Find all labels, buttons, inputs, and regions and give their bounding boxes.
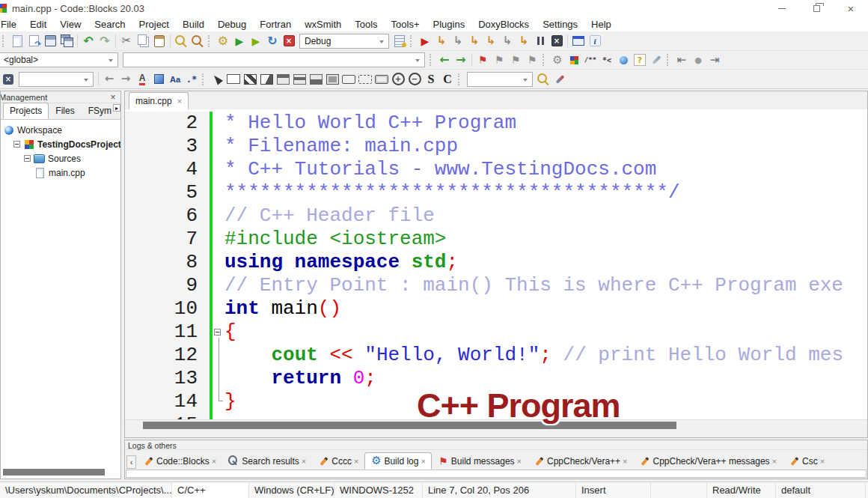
align-middle-icon[interactable] <box>291 71 308 87</box>
menu-debug[interactable]: Debug <box>211 17 253 31</box>
debugging-windows-icon[interactable] <box>570 33 587 49</box>
match-case-icon[interactable] <box>167 71 183 87</box>
pointer-cursor-icon[interactable] <box>209 71 225 87</box>
code-line-10[interactable]: 10int main() <box>125 297 867 321</box>
goto-next-changed-icon[interactable] <box>453 52 469 68</box>
management-horizontal-scrollbar[interactable] <box>3 469 108 476</box>
menu-wxsmith[interactable]: wxSmith <box>298 17 348 31</box>
toolbar-drag-handle[interactable] <box>542 54 546 66</box>
new-file-icon[interactable] <box>9 33 25 49</box>
menu-project[interactable]: Project <box>132 17 176 31</box>
doxy-extract-docs-icon[interactable] <box>549 52 566 68</box>
close-tab-icon[interactable] <box>772 456 777 467</box>
tree-item-workspace[interactable]: Workspace <box>1 123 120 137</box>
various-info-icon[interactable] <box>587 33 603 49</box>
close-tab-icon[interactable] <box>354 456 358 467</box>
log-tab-cppcheck-vera-messages[interactable]: CppCheck/Vera++ messages <box>634 452 783 470</box>
close-tab-icon[interactable] <box>517 456 522 467</box>
goto-prev-changed-icon[interactable] <box>436 52 453 68</box>
next-bookmark-icon[interactable] <box>507 52 524 68</box>
build-and-run-icon[interactable] <box>248 33 264 49</box>
open-file-icon[interactable] <box>25 33 42 49</box>
code-line-9[interactable]: 9// Entry Point : main() This is where C… <box>125 274 867 297</box>
box-half-icon[interactable] <box>258 71 275 87</box>
doxy-help-icon[interactable] <box>632 52 648 68</box>
log-tab-build-messages[interactable]: Build messages <box>432 452 528 470</box>
run-to-cursor-icon[interactable] <box>433 33 450 49</box>
step-into-icon[interactable] <box>466 33 483 49</box>
code-line-4[interactable]: 4* C++ Tutorials - www.TestingDocs.com <box>125 158 867 181</box>
tree-item-sources[interactable]: Sources <box>1 151 120 166</box>
search-back-icon[interactable] <box>101 71 117 87</box>
log-tab-search-results[interactable]: Search results <box>222 452 312 470</box>
rebuild-icon[interactable] <box>264 33 281 49</box>
step-into-instruction-icon[interactable] <box>516 33 532 49</box>
close-incsearch-icon[interactable] <box>0 71 16 87</box>
jump-back-icon[interactable] <box>673 52 690 68</box>
outline-dashed-icon[interactable] <box>357 71 373 87</box>
outline-thin-icon[interactable] <box>340 71 357 87</box>
jump-forward-icon[interactable] <box>706 52 723 68</box>
toolbar-drag-handle[interactable] <box>458 73 462 85</box>
doxy-block-comment-icon[interactable] <box>582 52 599 68</box>
doxy-config-icon[interactable] <box>648 52 664 68</box>
menu-tools[interactable]: Tools+ <box>385 17 427 31</box>
menu-settings[interactable]: Settings <box>536 17 584 31</box>
align-bottom-icon[interactable] <box>308 71 324 87</box>
management-tab-projects[interactable]: Projects <box>3 103 49 119</box>
incremental-search-input[interactable] <box>19 72 94 87</box>
next-instruction-icon[interactable] <box>499 33 516 49</box>
editor-tab-main-cpp[interactable]: main.cpp <box>129 92 189 109</box>
paste-icon[interactable] <box>151 33 168 49</box>
select-scope-icon[interactable] <box>150 71 167 87</box>
find-in-files-icon[interactable] <box>189 33 206 49</box>
log-tab-build-log[interactable]: Build log <box>364 452 431 470</box>
expander-icon[interactable] <box>24 155 31 162</box>
code-line-2[interactable]: 2* Hello World C++ Program <box>125 112 867 135</box>
use-regex-icon[interactable] <box>183 71 200 87</box>
cccc-report-icon[interactable] <box>535 71 551 87</box>
code-line-11[interactable]: 11{ <box>125 321 867 344</box>
box-split-icon[interactable] <box>242 71 258 87</box>
menu-tools[interactable]: Tools <box>348 17 384 31</box>
cut-icon[interactable] <box>118 33 135 49</box>
abort-build-icon[interactable] <box>281 33 297 49</box>
close-button[interactable] <box>834 0 868 16</box>
find-icon[interactable] <box>173 33 189 49</box>
copy-icon[interactable] <box>135 33 151 49</box>
log-tab-cccc[interactable]: Cccc <box>312 452 364 470</box>
toggle-bookmark-icon[interactable] <box>474 52 491 68</box>
menu-view[interactable]: View <box>53 17 88 31</box>
close-tab-icon[interactable] <box>421 456 425 467</box>
menu-plugins[interactable]: Plugins <box>427 17 472 31</box>
align-fill-icon[interactable] <box>324 71 340 87</box>
doxy-line-comment-icon[interactable] <box>599 52 615 68</box>
save-all-icon[interactable] <box>58 33 75 49</box>
build-target-select[interactable]: Debug <box>299 34 389 49</box>
expander-icon[interactable] <box>13 141 20 148</box>
scrollbar-thumb[interactable] <box>3 469 105 476</box>
close-panel-icon[interactable] <box>109 92 117 103</box>
toolbar-drag-handle[interactable] <box>202 73 206 85</box>
close-tab-icon[interactable] <box>212 456 216 467</box>
code-line-6[interactable]: 6// C++ Header file <box>125 204 867 228</box>
cccc-select[interactable] <box>467 72 533 87</box>
doxy-run-html-icon[interactable] <box>615 52 632 68</box>
redo-icon[interactable] <box>97 33 113 49</box>
scroll-tabs-left-icon[interactable] <box>126 455 136 469</box>
highlight-matches-icon[interactable] <box>134 71 150 87</box>
vera-check-icon[interactable] <box>551 71 568 87</box>
letter-c-icon[interactable] <box>439 71 456 87</box>
record-position-icon[interactable] <box>690 52 706 68</box>
close-tab-icon[interactable] <box>820 456 825 467</box>
close-tab-icon[interactable] <box>177 96 182 106</box>
toolbar-drag-handle[interactable] <box>208 35 212 47</box>
management-tab-files[interactable]: Files <box>49 103 81 119</box>
step-out-icon[interactable] <box>483 33 499 49</box>
undo-icon[interactable] <box>80 33 97 49</box>
debug-continue-icon[interactable] <box>417 33 433 49</box>
menu-edit[interactable]: Edit <box>23 17 53 31</box>
code-line-5[interactable]: 5**************************************/ <box>125 181 867 204</box>
function-select[interactable] <box>123 52 425 67</box>
run-icon[interactable] <box>231 33 248 49</box>
